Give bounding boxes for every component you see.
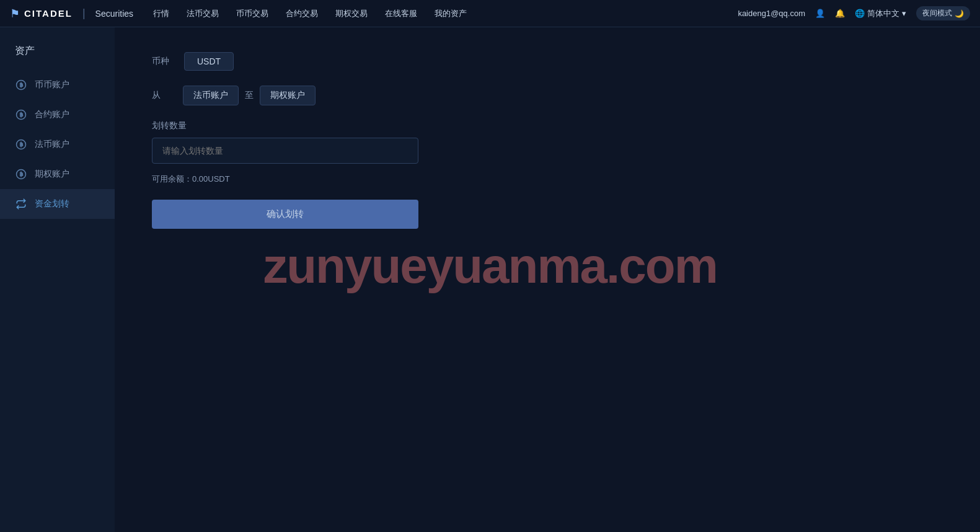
sidebar-item-fund-transfer[interactable]: 资金划转: [0, 189, 115, 219]
brand-subtitle: Securities: [95, 9, 133, 19]
sidebar-label-fund-transfer: 资金划转: [35, 198, 69, 210]
transfer-amount-section: 划转数量: [152, 120, 586, 164]
nav-item-online-service[interactable]: 在线客服: [385, 6, 417, 22]
contract-account-icon: [15, 109, 27, 121]
coin-account-icon: [15, 79, 27, 91]
sidebar-item-options-account[interactable]: 期权账户: [0, 159, 115, 189]
sidebar-label-fiat-account: 法币账户: [35, 139, 69, 150]
fund-transfer-icon: [15, 198, 27, 210]
from-account-selector[interactable]: 法币账户: [183, 86, 239, 105]
from-label: 从: [152, 90, 177, 101]
to-account-selector[interactable]: 期权账户: [260, 86, 316, 105]
navbar-right: kaideng1@qq.com 👤 🔔 🌐 简体中文 ▾ 夜间模式 🌙: [738, 6, 970, 20]
currency-selector[interactable]: USDT: [184, 52, 234, 71]
sidebar-label-coin-account: 币币账户: [35, 79, 69, 91]
nav-items: 行情 法币交易 币币交易 合约交易 期权交易 在线客服 我的资产: [153, 6, 738, 22]
currency-row: 币种 USDT 记录: [152, 52, 586, 71]
user-icon[interactable]: 👤: [815, 9, 825, 18]
page-container: 资产 币币账户 合约账户: [0, 27, 980, 532]
sidebar-label-options-account: 期权账户: [35, 169, 69, 180]
brand: ⚑ CITADEL | Securities: [10, 7, 133, 20]
brand-title: CITADEL: [24, 8, 73, 19]
confirm-transfer-button[interactable]: 确认划转: [152, 200, 418, 229]
sidebar-item-fiat-account[interactable]: 法币账户: [0, 130, 115, 159]
main-content: 币种 USDT 记录 从 法币账户 至 期权账户 划转数量 可用余额：0.00U…: [115, 27, 980, 532]
night-mode-toggle[interactable]: 夜间模式 🌙: [916, 6, 970, 20]
brand-logo-icon: ⚑: [10, 7, 19, 20]
from-to-row: 从 法币账户 至 期权账户: [152, 86, 586, 105]
sidebar-label-contract-account: 合约账户: [35, 109, 69, 120]
user-email[interactable]: kaideng1@qq.com: [738, 9, 805, 18]
nav-item-options-trade[interactable]: 期权交易: [335, 6, 368, 22]
nav-item-fiat-trade[interactable]: 法币交易: [187, 6, 219, 22]
options-account-icon: [15, 168, 27, 180]
moon-icon: 🌙: [955, 9, 964, 18]
nav-item-my-assets[interactable]: 我的资产: [435, 6, 467, 22]
navbar: ⚑ CITADEL | Securities 行情 法币交易 币币交易 合约交易…: [0, 0, 980, 27]
fiat-account-icon: [15, 138, 27, 151]
sidebar: 资产 币币账户 合约账户: [0, 27, 115, 532]
nav-item-contract-trade[interactable]: 合约交易: [286, 6, 318, 22]
currency-label: 币种: [152, 56, 177, 67]
transfer-form: 币种 USDT 记录 从 法币账户 至 期权账户 划转数量 可用余额：0.00U…: [152, 52, 586, 229]
sidebar-item-coin-account[interactable]: 币币账户: [0, 70, 115, 100]
nav-item-coin-trade[interactable]: 币币交易: [236, 6, 268, 22]
nav-item-market[interactable]: 行情: [153, 6, 169, 22]
amount-input[interactable]: [152, 138, 418, 164]
to-label: 至: [245, 90, 254, 101]
available-value: 0.00USDT: [192, 174, 230, 184]
available-balance: 可用余额：0.00USDT: [152, 174, 586, 185]
language-selector[interactable]: 🌐 简体中文 ▾: [855, 8, 906, 19]
amount-label: 划转数量: [152, 120, 586, 131]
brand-divider: |: [82, 7, 86, 20]
available-prefix: 可用余额：: [152, 174, 192, 184]
volume-icon[interactable]: 🔔: [835, 9, 845, 18]
page-title: 资产: [0, 37, 115, 70]
sidebar-item-contract-account[interactable]: 合约账户: [0, 100, 115, 130]
